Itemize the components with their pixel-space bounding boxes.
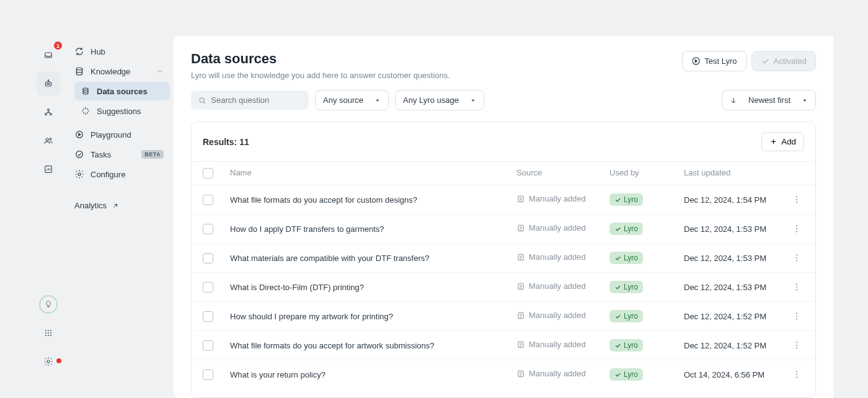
external-link-icon bbox=[112, 202, 119, 210]
row-source: Manually added bbox=[516, 369, 586, 378]
table-row[interactable]: What is your return policy?Manually adde… bbox=[192, 360, 815, 389]
subnav-analytics[interactable]: Analytics bbox=[68, 196, 170, 215]
results-panel: Results: 11 Add Name Source Used by Last… bbox=[191, 122, 816, 398]
note-icon bbox=[516, 195, 525, 203]
row-more-menu[interactable] bbox=[792, 224, 802, 234]
subnav-data-sources[interactable]: Data sources bbox=[74, 82, 170, 100]
svg-point-18 bbox=[48, 335, 49, 336]
sort-dropdown[interactable]: Newest first bbox=[722, 90, 816, 110]
svg-point-25 bbox=[78, 173, 81, 175]
dropdown-label: Newest first bbox=[748, 95, 790, 105]
svg-point-54 bbox=[796, 374, 797, 375]
row-source: Manually added bbox=[516, 281, 586, 291]
check-icon bbox=[614, 284, 621, 291]
check-icon bbox=[614, 197, 621, 203]
search-box[interactable] bbox=[191, 91, 309, 110]
more-vertical-icon bbox=[792, 340, 802, 350]
subnav-configure[interactable]: Configure bbox=[68, 165, 170, 184]
source-filter-dropdown[interactable]: Any source bbox=[315, 90, 389, 110]
svg-point-14 bbox=[45, 332, 46, 334]
row-more-menu[interactable] bbox=[792, 340, 802, 350]
caret-down-icon bbox=[802, 97, 808, 104]
refresh-icon bbox=[74, 46, 84, 56]
svg-point-11 bbox=[45, 330, 46, 331]
subnav-playground[interactable]: Playground bbox=[68, 125, 170, 144]
beta-badge: BETA bbox=[141, 150, 164, 159]
subnav-label: Tasks bbox=[91, 150, 111, 159]
flows-nav-icon[interactable] bbox=[37, 100, 60, 124]
svg-point-31 bbox=[796, 202, 797, 203]
bot-nav-icon[interactable] bbox=[37, 72, 60, 95]
button-label: Activated bbox=[774, 56, 807, 66]
svg-point-13 bbox=[50, 330, 51, 331]
lyro-tag: Lyro bbox=[609, 252, 643, 264]
row-checkbox[interactable] bbox=[203, 340, 213, 351]
row-more-menu[interactable] bbox=[792, 369, 802, 379]
table-row[interactable]: What file formats do you accept for cust… bbox=[192, 185, 815, 214]
check-icon bbox=[614, 226, 621, 232]
dropdown-label: Any source bbox=[323, 95, 363, 105]
table-row[interactable]: What file formats do you accept for artw… bbox=[192, 330, 815, 360]
add-button[interactable]: Add bbox=[761, 132, 804, 151]
svg-point-51 bbox=[796, 348, 797, 349]
subnav-label: Hub bbox=[91, 47, 105, 56]
subnav-label: Data sources bbox=[97, 87, 148, 96]
row-checkbox[interactable] bbox=[203, 369, 213, 380]
usage-filter-dropdown[interactable]: Any Lyro usage bbox=[395, 90, 484, 110]
row-more-menu[interactable] bbox=[792, 311, 802, 321]
subnav-hub[interactable]: Hub bbox=[68, 42, 170, 61]
svg-point-4 bbox=[48, 80, 49, 81]
row-checkbox[interactable] bbox=[203, 195, 213, 205]
notification-badge: 1 bbox=[54, 42, 62, 50]
apps-grid-icon[interactable] bbox=[37, 321, 60, 345]
check-icon bbox=[614, 255, 621, 262]
settings-gear-icon[interactable] bbox=[37, 350, 60, 373]
row-more-menu[interactable] bbox=[792, 195, 802, 205]
table-row[interactable]: What is Direct-to-Film (DTF) printing?Ma… bbox=[192, 272, 815, 301]
subnav-label: Suggestions bbox=[97, 107, 141, 116]
select-all-checkbox[interactable] bbox=[203, 168, 213, 179]
caret-down-icon bbox=[470, 97, 476, 104]
svg-point-8 bbox=[46, 138, 48, 141]
more-vertical-icon bbox=[792, 282, 802, 292]
play-circle-icon bbox=[691, 56, 701, 66]
svg-point-38 bbox=[796, 257, 797, 259]
lyro-tag: Lyro bbox=[609, 281, 643, 293]
subnav-knowledge[interactable]: Knowledge bbox=[68, 62, 170, 81]
svg-point-39 bbox=[796, 260, 797, 262]
search-icon bbox=[198, 96, 206, 105]
play-circle-icon bbox=[74, 130, 84, 139]
subnav-label: Playground bbox=[91, 130, 131, 139]
settings-alert-dot bbox=[56, 358, 61, 363]
search-input[interactable] bbox=[211, 95, 301, 105]
svg-point-2 bbox=[47, 84, 48, 85]
caret-down-icon bbox=[374, 97, 381, 104]
contacts-nav-icon[interactable] bbox=[37, 129, 60, 153]
test-lyro-button[interactable]: Test Lyro bbox=[682, 51, 746, 71]
row-more-menu[interactable] bbox=[792, 282, 802, 292]
table-row[interactable]: What materials are compatible with your … bbox=[192, 243, 815, 272]
row-checkbox[interactable] bbox=[203, 311, 213, 322]
svg-point-41 bbox=[796, 283, 797, 285]
svg-point-15 bbox=[48, 332, 49, 334]
hint-bulb-icon[interactable] bbox=[37, 293, 60, 316]
row-checkbox[interactable] bbox=[203, 282, 213, 293]
subnav-label: Analytics bbox=[74, 201, 107, 210]
row-checkbox[interactable] bbox=[203, 253, 213, 263]
svg-point-49 bbox=[796, 342, 797, 343]
svg-point-19 bbox=[50, 335, 51, 336]
table-row[interactable]: How do I apply DTF transfers to garments… bbox=[192, 214, 815, 243]
subnav-tasks[interactable]: Tasks BETA bbox=[68, 145, 170, 164]
page-title: Data sources bbox=[191, 51, 450, 67]
table-row[interactable]: How should I prepare my artwork for prin… bbox=[192, 301, 815, 330]
more-vertical-icon bbox=[792, 224, 802, 234]
subnav-suggestions[interactable]: Suggestions bbox=[74, 102, 170, 120]
svg-point-47 bbox=[796, 319, 797, 320]
svg-point-37 bbox=[796, 254, 797, 255]
svg-point-17 bbox=[45, 335, 46, 336]
inbox-nav-icon[interactable]: 1 bbox=[37, 43, 60, 67]
note-icon bbox=[516, 311, 525, 320]
analytics-nav-icon[interactable] bbox=[37, 157, 60, 181]
row-checkbox[interactable] bbox=[203, 224, 213, 234]
row-more-menu[interactable] bbox=[792, 253, 802, 263]
